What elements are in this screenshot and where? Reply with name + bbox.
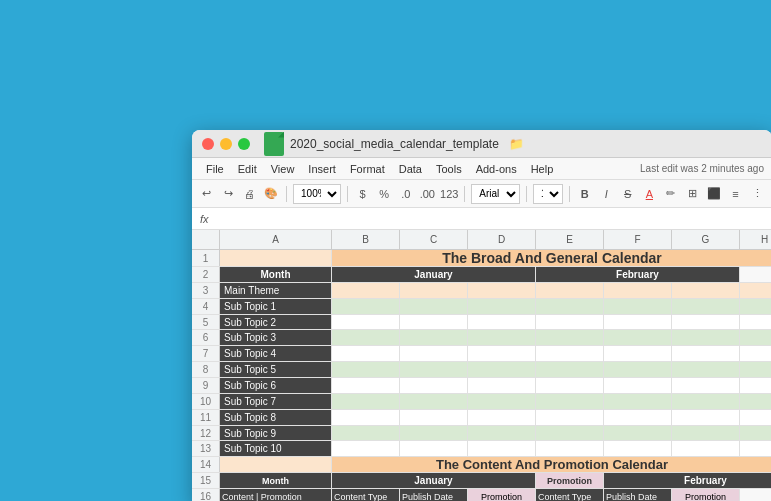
menu-addons[interactable]: Add-ons (470, 161, 523, 177)
cell-c4[interactable] (400, 299, 468, 314)
cell-h12[interactable] (740, 426, 771, 441)
menu-help[interactable]: Help (525, 161, 560, 177)
cell-b3[interactable] (332, 283, 400, 298)
cell-a7[interactable]: Sub Topic 4 (220, 346, 332, 361)
minimize-button[interactable] (220, 138, 232, 150)
cell-f10[interactable] (604, 394, 672, 409)
cell-b11[interactable] (332, 410, 400, 425)
cell-g6[interactable] (672, 330, 740, 345)
cell-d6[interactable] (468, 330, 536, 345)
menu-tools[interactable]: Tools (430, 161, 468, 177)
cell-h7[interactable] (740, 346, 771, 361)
cell-c12[interactable] (400, 426, 468, 441)
cell-january-15[interactable]: January (332, 473, 536, 488)
cell-d5[interactable] (468, 315, 536, 330)
cell-c10[interactable] (400, 394, 468, 409)
cell-g9[interactable] (672, 378, 740, 393)
cell-h13[interactable] (740, 441, 771, 456)
font-select[interactable]: Arial (471, 184, 520, 204)
paintformat-button[interactable]: 🎨 (263, 183, 281, 205)
cell-e16[interactable]: Content Type (536, 489, 604, 501)
cell-d7[interactable] (468, 346, 536, 361)
cell-b4[interactable] (332, 299, 400, 314)
cell-b8[interactable] (332, 362, 400, 377)
close-button[interactable] (202, 138, 214, 150)
cell-a2[interactable]: Month (220, 267, 332, 282)
cell-g8[interactable] (672, 362, 740, 377)
cell-e11[interactable] (536, 410, 604, 425)
bold-button[interactable]: B (576, 183, 594, 205)
cell-f16[interactable]: Publish Date (604, 489, 672, 501)
cell-a5[interactable]: Sub Topic 2 (220, 315, 332, 330)
cell-f5[interactable] (604, 315, 672, 330)
cell-g5[interactable] (672, 315, 740, 330)
cell-c6[interactable] (400, 330, 468, 345)
cell-h8[interactable] (740, 362, 771, 377)
cell-f7[interactable] (604, 346, 672, 361)
cell-f13[interactable] (604, 441, 672, 456)
cell-a8[interactable]: Sub Topic 5 (220, 362, 332, 377)
cell-c9[interactable] (400, 378, 468, 393)
cell-e9[interactable] (536, 378, 604, 393)
cell-c8[interactable] (400, 362, 468, 377)
cell-g11[interactable] (672, 410, 740, 425)
cell-e4[interactable] (536, 299, 604, 314)
cell-e6[interactable] (536, 330, 604, 345)
menu-edit[interactable]: Edit (232, 161, 263, 177)
cell-d11[interactable] (468, 410, 536, 425)
undo-button[interactable]: ↩ (198, 183, 216, 205)
cell-e5[interactable] (536, 315, 604, 330)
cell-f3[interactable] (604, 283, 672, 298)
cell-g10[interactable] (672, 394, 740, 409)
decimal-dec-btn[interactable]: .0 (397, 183, 415, 205)
cell-c16[interactable]: Publish Date (400, 489, 468, 501)
cell-a10[interactable]: Sub Topic 7 (220, 394, 332, 409)
folder-icon[interactable]: 📁 (509, 137, 524, 151)
cell-d9[interactable] (468, 378, 536, 393)
cell-e12[interactable] (536, 426, 604, 441)
cell-b6[interactable] (332, 330, 400, 345)
menu-insert[interactable]: Insert (302, 161, 342, 177)
cell-promo-15a[interactable]: Promotion (536, 473, 604, 488)
cell-c7[interactable] (400, 346, 468, 361)
maximize-button[interactable] (238, 138, 250, 150)
menu-view[interactable]: View (265, 161, 301, 177)
decimal-inc-btn[interactable]: .00 (419, 183, 437, 205)
cell-g7[interactable] (672, 346, 740, 361)
cell-a1[interactable] (220, 250, 332, 266)
cell-f2[interactable]: February (536, 267, 740, 282)
redo-button[interactable]: ↪ (220, 183, 238, 205)
cell-d13[interactable] (468, 441, 536, 456)
cell-b13[interactable] (332, 441, 400, 456)
cell-a12[interactable]: Sub Topic 9 (220, 426, 332, 441)
print-button[interactable]: 🖨 (241, 183, 259, 205)
cell-feb-15[interactable]: February (604, 473, 771, 488)
percent-btn[interactable]: % (375, 183, 393, 205)
cell-h6[interactable] (740, 330, 771, 345)
cell-b5[interactable] (332, 315, 400, 330)
cell-a14[interactable] (220, 457, 332, 472)
cell-h4[interactable] (740, 299, 771, 314)
more-button[interactable]: ⋮ (748, 183, 766, 205)
strikethrough-button[interactable]: S (619, 183, 637, 205)
cell-a9[interactable]: Sub Topic 6 (220, 378, 332, 393)
cell-c5[interactable] (400, 315, 468, 330)
cell-a16[interactable]: Content | Promotion (220, 489, 332, 501)
cell-h5[interactable] (740, 315, 771, 330)
cell-a11[interactable]: Sub Topic 8 (220, 410, 332, 425)
cell-c13[interactable] (400, 441, 468, 456)
text-color-button[interactable]: A (641, 183, 659, 205)
cell-e8[interactable] (536, 362, 604, 377)
font-size-select[interactable]: 10 (533, 184, 563, 204)
cell-g4[interactable] (672, 299, 740, 314)
cell-c3[interactable] (400, 283, 468, 298)
number-btn[interactable]: 123 (440, 183, 458, 205)
zoom-select[interactable]: 100% (293, 184, 341, 204)
cell-d3[interactable] (468, 283, 536, 298)
cell-h11[interactable] (740, 410, 771, 425)
cell-f6[interactable] (604, 330, 672, 345)
menu-data[interactable]: Data (393, 161, 428, 177)
cell-d16[interactable]: Promotion (468, 489, 536, 501)
cell-b7[interactable] (332, 346, 400, 361)
align-button[interactable]: ≡ (727, 183, 745, 205)
